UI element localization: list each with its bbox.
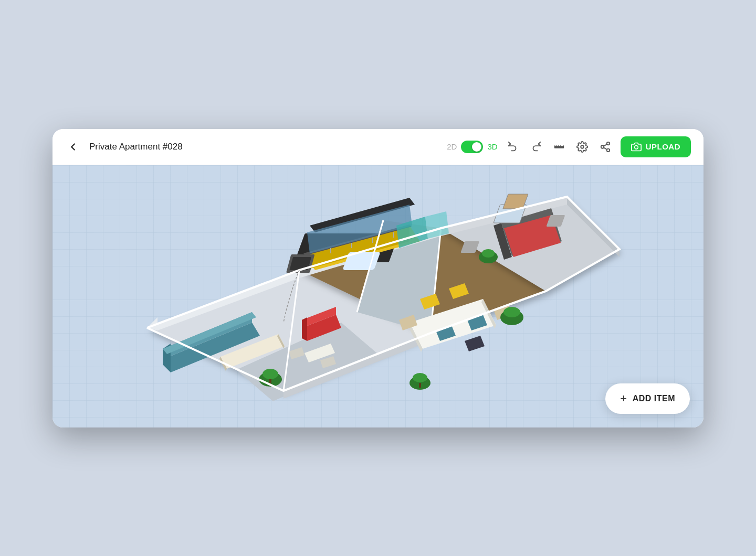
svg-rect-5: [562, 144, 563, 146]
back-button[interactable]: [65, 139, 81, 155]
redo-button[interactable]: [528, 139, 544, 155]
toolbar: Private Apartment #028 2D 3D: [52, 129, 704, 165]
svg-rect-4: [561, 144, 562, 146]
svg-line-10: [604, 147, 607, 149]
svg-point-73: [503, 307, 520, 317]
camera-icon: [631, 142, 642, 152]
app-container: Private Apartment #028 2D 3D: [52, 129, 704, 427]
svg-line-11: [604, 144, 607, 146]
svg-point-78: [413, 373, 427, 382]
upload-label: UPLOAD: [646, 142, 680, 151]
svg-point-12: [634, 145, 638, 149]
add-item-button[interactable]: + ADD ITEM: [605, 383, 690, 414]
toolbar-right: 2D 3D: [447, 136, 691, 157]
view-toggle: 2D 3D: [447, 141, 497, 153]
svg-rect-3: [559, 144, 560, 146]
canvas-area[interactable]: + ADD ITEM: [52, 165, 704, 427]
svg-marker-71: [465, 336, 485, 351]
view-mode-toggle[interactable]: [461, 141, 483, 153]
svg-point-47: [482, 249, 495, 258]
svg-rect-61: [269, 379, 271, 383]
svg-rect-79: [419, 383, 421, 388]
toggle-knob: [472, 142, 481, 152]
page-title: Private Apartment #028: [89, 142, 183, 152]
view-2d-label: 2D: [447, 142, 457, 151]
floorplan-svg: [52, 165, 704, 427]
measure-button[interactable]: [551, 139, 567, 155]
svg-rect-39: [342, 252, 381, 270]
svg-rect-2: [557, 144, 558, 146]
view-3d-label: 3D: [487, 142, 497, 151]
undo-button[interactable]: [505, 139, 521, 155]
svg-point-6: [581, 145, 584, 148]
settings-button[interactable]: [574, 139, 590, 155]
add-item-label: ADD ITEM: [633, 394, 675, 403]
svg-marker-58: [302, 317, 307, 341]
svg-rect-1: [555, 144, 556, 146]
share-button[interactable]: [597, 139, 613, 155]
upload-button[interactable]: UPLOAD: [621, 136, 691, 157]
add-item-plus-icon: +: [620, 392, 627, 405]
svg-point-60: [262, 369, 278, 379]
toolbar-left: Private Apartment #028: [65, 139, 440, 155]
